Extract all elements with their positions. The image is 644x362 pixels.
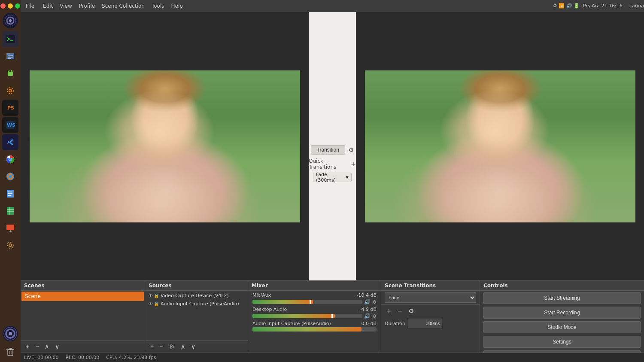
mixer-track-mic: Mic/Aux -10.4 dB 🔊 ⚙ bbox=[249, 292, 380, 306]
controls-header: Controls bbox=[480, 281, 644, 291]
obs-launcher-icon[interactable] bbox=[3, 13, 18, 28]
files-icon[interactable] bbox=[2, 48, 18, 64]
duration-input[interactable] bbox=[408, 319, 442, 328]
window-controls[interactable] bbox=[0, 2, 24, 10]
mixer-track-header: Desktop Audio -4.9 dB bbox=[252, 307, 377, 312]
transition-config-icon[interactable]: ⚙ bbox=[407, 307, 416, 315]
system-user: karina bbox=[629, 3, 644, 9]
spreadsheet-icon[interactable] bbox=[2, 203, 18, 219]
svg-point-43 bbox=[9, 332, 12, 335]
mixer-tracks: Mic/Aux -10.4 dB 🔊 ⚙ Des bbox=[248, 291, 381, 353]
minimize-button[interactable] bbox=[8, 3, 13, 9]
track-name: Mic/Aux bbox=[252, 292, 271, 298]
mixer-track-desktop: Desktop Audio -4.9 dB 🔊 ⚙ bbox=[249, 306, 380, 320]
add-transition-button[interactable]: + bbox=[385, 307, 393, 315]
svg-point-2 bbox=[9, 19, 12, 22]
bottom-panel: Scenes Scene + − ∧ ∨ Sources 👁 🔒 Vid bbox=[21, 280, 644, 353]
menu-profile[interactable]: Profile bbox=[76, 3, 98, 9]
menu-tools[interactable]: Tools bbox=[148, 3, 168, 9]
scene-item[interactable]: Scene bbox=[21, 292, 144, 301]
transition-panel: Transition ⚙ Quick Transitions + Fade (3… bbox=[309, 12, 356, 280]
source-item[interactable]: 👁 🔒 Video Capture Device (V4L2) bbox=[146, 292, 247, 300]
scene-add-button[interactable]: + bbox=[24, 342, 31, 351]
live-status: LIVE: 00:00:00 bbox=[24, 355, 58, 360]
preview-right bbox=[356, 12, 644, 280]
svg-rect-3 bbox=[6, 35, 15, 43]
fade-dropdown-label: Fade (300ms) bbox=[316, 172, 346, 183]
menu-edit[interactable]: Edit bbox=[39, 3, 56, 9]
start-recording-button[interactable]: Start Recording bbox=[483, 307, 641, 319]
source-settings-button[interactable]: ⚙ bbox=[167, 342, 176, 351]
webstorm-icon[interactable]: WS bbox=[2, 117, 18, 133]
svg-point-39 bbox=[9, 244, 12, 246]
title-bar: File Edit View Profile Scene Collection … bbox=[21, 0, 644, 12]
settings2-icon[interactable] bbox=[2, 237, 18, 253]
scene-remove-button[interactable]: − bbox=[33, 342, 40, 351]
notes-icon[interactable] bbox=[2, 186, 18, 202]
chrome-icon[interactable] bbox=[2, 151, 18, 167]
studio-mode-button[interactable]: Studio Mode bbox=[483, 321, 641, 333]
vscode-icon[interactable] bbox=[2, 134, 18, 150]
mixer-slider-track[interactable] bbox=[252, 314, 362, 318]
mixer-slider-track[interactable] bbox=[252, 300, 362, 304]
terminal-icon[interactable] bbox=[2, 31, 18, 47]
preview-section: Transition ⚙ Quick Transitions + Fade (3… bbox=[21, 12, 644, 280]
svg-rect-32 bbox=[7, 207, 14, 215]
add-quick-transition-button[interactable]: + bbox=[351, 161, 356, 167]
source-name: Audio Input Capture (PulseAudio) bbox=[161, 301, 239, 307]
obs-main: File Edit View Profile Scene Collection … bbox=[21, 0, 644, 362]
fade-dropdown[interactable]: Fade (300ms) ▼ bbox=[313, 173, 352, 182]
svg-point-15 bbox=[9, 89, 12, 92]
presentation-icon[interactable] bbox=[2, 220, 18, 236]
track-settings-icon[interactable]: ⚙ bbox=[372, 299, 377, 305]
svg-point-25 bbox=[9, 158, 12, 161]
gear-icon[interactable] bbox=[2, 82, 18, 99]
track-settings-icon[interactable]: ⚙ bbox=[372, 313, 377, 319]
system-time: Prş Ara 21 16:16 bbox=[583, 3, 623, 9]
source-move-up-button[interactable]: ∧ bbox=[179, 342, 187, 351]
scene-move-down-button[interactable]: ∨ bbox=[53, 342, 61, 351]
quick-transitions-row: Quick Transitions + bbox=[309, 158, 356, 170]
mixer-slider-row bbox=[252, 327, 377, 332]
menu-scene-collection[interactable]: Scene Collection bbox=[98, 3, 148, 9]
mixer-track-header: Mic/Aux -10.4 dB bbox=[252, 292, 377, 298]
mixer-slider-fill bbox=[252, 314, 335, 318]
scene-move-up-button[interactable]: ∧ bbox=[43, 342, 51, 351]
mixer-slider-fill bbox=[252, 327, 361, 332]
menu-view[interactable]: View bbox=[56, 3, 75, 9]
svg-rect-36 bbox=[6, 225, 14, 230]
mute-icon[interactable]: 🔊 bbox=[364, 313, 371, 319]
trash-icon[interactable] bbox=[2, 344, 18, 360]
transition-settings-icon[interactable]: ⚙ bbox=[349, 146, 354, 153]
maximize-button[interactable] bbox=[15, 3, 20, 9]
transition-type-select[interactable]: Fade Cut Slide bbox=[385, 292, 476, 303]
source-name: Video Capture Device (V4L2) bbox=[161, 293, 229, 298]
source-item[interactable]: 👁 🔒 Audio Input Capture (PulseAudio) bbox=[146, 300, 247, 308]
firefox-icon[interactable] bbox=[2, 168, 18, 185]
svg-text:PS: PS bbox=[7, 105, 14, 111]
source-move-down-button[interactable]: ∨ bbox=[189, 342, 197, 351]
remove-transition-button[interactable]: − bbox=[396, 307, 404, 315]
source-add-button[interactable]: + bbox=[149, 342, 155, 351]
cpu-status: CPU: 4.2%, 23.98 fps bbox=[106, 355, 156, 360]
menu-help[interactable]: Help bbox=[167, 3, 186, 9]
track-name: Desktop Audio bbox=[252, 307, 287, 312]
start-streaming-button[interactable]: Start Streaming bbox=[483, 292, 641, 304]
mixer-slider-track[interactable] bbox=[252, 327, 377, 332]
pycharm-icon[interactable]: PS bbox=[2, 100, 18, 116]
svg-point-16 bbox=[7, 88, 13, 94]
svg-text:WS: WS bbox=[7, 122, 15, 128]
source-remove-button[interactable]: − bbox=[158, 342, 165, 351]
close-button[interactable] bbox=[0, 3, 6, 9]
os-sidebar: PS WS bbox=[0, 0, 21, 362]
mixer-panel: Mixer Mic/Aux -10.4 dB 🔊 ⚙ bbox=[248, 281, 381, 353]
mixer-track-header: Audio Input Capture (PulseAudio) 0.0 dB bbox=[252, 321, 377, 326]
transition-button[interactable]: Transition bbox=[311, 145, 345, 155]
sources-panel: Sources 👁 🔒 Video Capture Device (V4L2) … bbox=[145, 281, 248, 353]
settings-button[interactable]: Settings bbox=[483, 336, 641, 348]
obs-icon[interactable] bbox=[3, 326, 18, 341]
scenes-footer: + − ∧ ∨ bbox=[21, 340, 145, 353]
android-icon[interactable] bbox=[2, 65, 18, 82]
mute-icon[interactable]: 🔊 bbox=[364, 299, 371, 305]
track-name: Audio Input Capture (PulseAudio) bbox=[252, 321, 331, 326]
